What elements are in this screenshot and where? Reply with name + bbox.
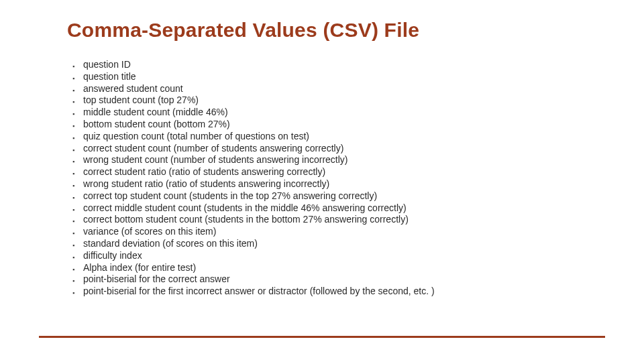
list-item: ▪question title [72, 71, 596, 83]
bullet-icon: ▪ [72, 264, 83, 276]
list-item: ▪correct student count (number of studen… [72, 143, 596, 155]
list-item-text: point-biserial for the first incorrect a… [83, 286, 596, 298]
list-item-text: variance (of scores on this item) [83, 226, 596, 238]
list-item: ▪Alpha index (for entire test) [72, 262, 596, 274]
page-title: Comma-Separated Values (CSV) File [67, 19, 419, 42]
list-item: ▪bottom student count (bottom 27%) [72, 119, 596, 131]
list-item: ▪top student count (top 27%) [72, 95, 596, 107]
list-item-text: point-biserial for the correct answer [83, 274, 596, 286]
list-item-text: Alpha index (for entire test) [83, 262, 596, 274]
list-item: ▪difficulty index [72, 250, 596, 262]
bullet-icon: ▪ [72, 145, 83, 157]
bullet-icon: ▪ [72, 204, 83, 217]
list-item-text: wrong student count (number of students … [83, 154, 596, 166]
list-item: ▪middle student count (middle 46%) [72, 107, 596, 119]
bullet-icon: ▪ [72, 156, 83, 168]
list-item-text: top student count (top 27%) [83, 95, 596, 107]
list-item: ▪correct middle student count (students … [72, 202, 596, 215]
bullet-icon: ▪ [72, 216, 83, 228]
list-item-text: correct student ratio (ratio of students… [83, 166, 596, 178]
bullet-icon: ▪ [72, 228, 83, 240]
bullet-icon: ▪ [72, 121, 83, 133]
bullet-icon: ▪ [72, 97, 83, 109]
list-item-text: question title [83, 71, 596, 83]
list-item: ▪correct bottom student count (students … [72, 214, 596, 226]
list-item-text: bottom student count (bottom 27%) [83, 119, 596, 131]
list-item: ▪wrong student ratio (ratio of students … [72, 178, 596, 190]
bullet-icon: ▪ [72, 85, 83, 97]
field-list: ▪question ID▪question title▪answered stu… [72, 59, 596, 298]
list-item: ▪wrong student count (number of students… [72, 154, 596, 166]
list-item-text: quiz question count (total number of que… [83, 131, 596, 143]
list-item: ▪correct top student count (students in … [72, 190, 596, 202]
list-item: ▪point-biserial for the correct answer [72, 274, 596, 286]
list-item: ▪variance (of scores on this item) [72, 226, 596, 238]
bullet-icon: ▪ [72, 61, 83, 73]
bullet-icon: ▪ [72, 240, 83, 252]
list-item: ▪standard deviation (of scores on this i… [72, 238, 596, 250]
bullet-icon: ▪ [72, 133, 83, 145]
bullet-icon: ▪ [72, 252, 83, 264]
list-item-text: correct middle student count (students i… [83, 202, 596, 215]
list-item: ▪quiz question count (total number of qu… [72, 131, 596, 143]
bullet-icon: ▪ [72, 276, 83, 288]
slide: Comma-Separated Values (CSV) File ▪quest… [0, 0, 644, 362]
list-item: ▪question ID [72, 59, 596, 71]
bullet-icon: ▪ [72, 288, 83, 300]
list-item: ▪answered student count [72, 83, 596, 95]
bullet-icon: ▪ [72, 109, 83, 121]
list-item-text: middle student count (middle 46%) [83, 107, 596, 119]
divider [39, 336, 605, 338]
list-item-text: difficulty index [83, 250, 596, 262]
list-item: ▪correct student ratio (ratio of student… [72, 166, 596, 178]
bullet-icon: ▪ [72, 168, 83, 180]
list-item-text: question ID [83, 59, 596, 71]
bullet-icon: ▪ [72, 73, 83, 85]
bullet-icon: ▪ [72, 180, 83, 192]
list-item-text: standard deviation (of scores on this it… [83, 238, 596, 250]
list-item-text: correct student count (number of student… [83, 143, 596, 155]
bullet-icon: ▪ [72, 192, 83, 204]
list-item-text: answered student count [83, 83, 596, 95]
list-item-text: correct bottom student count (students i… [83, 214, 596, 226]
list-item: ▪point-biserial for the first incorrect … [72, 286, 596, 298]
list-item-text: correct top student count (students in t… [83, 190, 596, 202]
list-item-text: wrong student ratio (ratio of students a… [83, 178, 596, 190]
